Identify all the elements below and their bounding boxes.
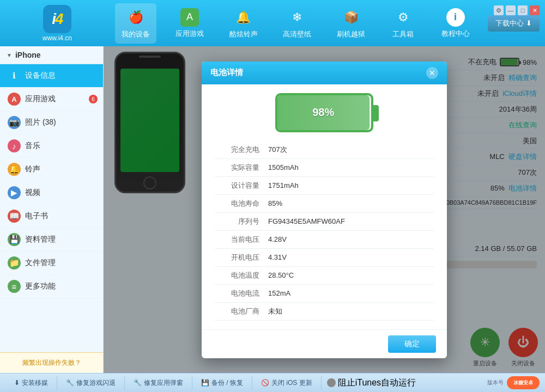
sidebar-item-device-info-label: 设备信息 [25, 71, 56, 81]
app-games-icon: A [180, 8, 199, 27]
download-center-button[interactable]: 下载中心 ⬇ [488, 15, 540, 32]
download-icon: ⬇ [526, 19, 532, 27]
close-ios-icon: 🚫 [261, 379, 269, 387]
tool-fix-app[interactable]: 🔧 修复应用弹窗 [125, 376, 192, 390]
version-text: 版本号 [487, 379, 504, 387]
table-row: 电池厂商 未知 [215, 302, 434, 320]
sidebar-item-video[interactable]: ▶ 视频 [0, 181, 103, 205]
sidebar-header: ▼ iPhone [0, 46, 103, 64]
nav-tab-app-games[interactable]: A 应用游戏 [169, 4, 210, 43]
table-row: 电池电流 152mA [215, 284, 434, 302]
tool-backup[interactable]: 💾 备份 / 恢复 [192, 376, 252, 390]
row-label: 开机电压 [215, 248, 264, 266]
sidebar-item-data-manage-label: 资料管理 [25, 235, 56, 244]
close-button[interactable]: ✕ [530, 5, 540, 15]
sidebar-item-music-label: 音乐 [25, 141, 40, 151]
watermark-badge: 冰糖安卓 [507, 376, 540, 389]
sidebar-item-ringtones[interactable]: 🔔 铃声 [0, 158, 103, 181]
sidebar-item-ebook[interactable]: 📖 电子书 [0, 205, 103, 228]
row-value: 707次 [264, 141, 434, 159]
battery-visual: 98% [215, 93, 434, 132]
sidebar-item-device-info[interactable]: ℹ 设备信息 [0, 64, 103, 88]
toolbox-icon: ⚙ [393, 8, 413, 27]
row-value: 28.50°C [264, 266, 434, 284]
sidebar-item-more-label: 更多功能 [25, 281, 56, 291]
row-label: 电池寿命 [215, 194, 264, 212]
install-mobile-label: 安装移媒 [22, 378, 48, 388]
sidebar-item-more[interactable]: ≡ 更多功能 [0, 275, 103, 298]
dialog-body: 98% 完全充电 707次 实际容量 1505mAh [202, 84, 447, 329]
nav-tab-wallpapers[interactable]: ❄ 高清壁纸 [276, 3, 318, 44]
more-icon: ≡ [8, 280, 21, 293]
nav-tab-my-device-label: 我的设备 [122, 29, 150, 39]
row-label: 电池温度 [215, 266, 264, 284]
app-games-badge: 6 [89, 95, 98, 103]
sidebar-item-file-manage-label: 文件管理 [25, 258, 56, 268]
itunes-toggle[interactable]: 阻止iTunes自动运行 [327, 377, 416, 389]
row-value: FG94345E5AMFW60AF [264, 212, 434, 230]
ringtones-icon: 🔔 [234, 8, 253, 27]
fix-app-label: 修复应用弹窗 [144, 378, 183, 388]
dialog-close-button[interactable]: ✕ [426, 67, 438, 79]
nav-tab-toolbox[interactable]: ⚙ 工具箱 [384, 3, 422, 44]
tool-close-ios[interactable]: 🚫 关闭 iOS 更新 [252, 376, 322, 390]
content-area: 不在充电 98% Apple ID锁 未开启 精确查询 iCloud 未开启 [104, 46, 545, 373]
jailbreak-icon: 📦 [341, 8, 361, 27]
dialog-footer: 确定 [202, 329, 447, 358]
chevron-icon: ▼ [7, 52, 12, 58]
sidebar-item-ebook-label: 电子书 [25, 211, 48, 221]
row-label: 序列号 [215, 212, 264, 230]
itunes-toggle-dot [327, 378, 336, 387]
my-device-icon: 🍎 [126, 8, 146, 27]
sidebar-footer-text: 频繁出现操作失败？ [22, 359, 81, 366]
table-row: 设计容量 1751mAh [215, 176, 434, 194]
row-label: 设计容量 [215, 176, 264, 194]
maximize-button[interactable]: □ [518, 5, 528, 15]
sidebar-item-data-manage[interactable]: 💾 资料管理 [0, 228, 103, 252]
table-row: 当前电压 4.28V [215, 230, 434, 248]
dialog-overlay: 电池详情 ✕ 98% 完全充电 707次 [104, 46, 545, 373]
sidebar-item-ringtones-label: 铃声 [25, 164, 40, 174]
music-icon: ♪ [8, 139, 21, 152]
tool-install-mobile[interactable]: ⬇ 安装移媒 [5, 376, 57, 390]
download-center-label: 下载中心 [495, 19, 524, 28]
table-row: 完全充电 707次 [215, 141, 434, 159]
itunes-label: 阻止iTunes自动运行 [338, 377, 416, 389]
data-manage-icon: 💾 [8, 233, 21, 246]
row-value: 152mA [264, 284, 434, 302]
sidebar-item-photos[interactable]: 📷 照片 (38) [0, 111, 103, 134]
fix-game-icon: 🔧 [66, 379, 74, 387]
nav-tab-ringtones[interactable]: 🔔 酷炫铃声 [223, 3, 264, 44]
sidebar-item-music[interactable]: ♪ 音乐 [0, 134, 103, 158]
confirm-label: 确定 [404, 339, 420, 348]
table-row: 实际容量 1505mAh [215, 158, 434, 176]
table-row: 序列号 FG94345E5AMFW60AF [215, 212, 434, 230]
bottom-toolbar: ⬇ 安装移媒 🔧 修复游戏闪退 🔧 修复应用弹窗 💾 备份 / 恢复 🚫 关闭 … [0, 373, 545, 392]
minimize-button[interactable]: — [506, 5, 516, 15]
app-games-sidebar-icon: A [8, 93, 21, 106]
nav-tab-jailbreak[interactable]: 📦 刷机越狱 [330, 3, 372, 44]
sidebar-item-app-games[interactable]: A 应用游戏 6 [0, 88, 103, 111]
device-info-icon: ℹ [8, 69, 21, 82]
dialog-title: 电池详情 [210, 68, 243, 78]
fix-game-label: 修复游戏闪退 [76, 378, 116, 388]
nav-tab-wallpapers-label: 高清壁纸 [283, 29, 311, 39]
dialog-confirm-button[interactable]: 确定 [388, 335, 436, 353]
nav-tab-tutorials[interactable]: i 教程中心 [435, 4, 476, 43]
tutorials-icon: i [446, 8, 465, 27]
ebook-icon: 📖 [8, 210, 21, 223]
photos-icon: 📷 [8, 116, 21, 129]
backup-icon: 💾 [201, 379, 209, 387]
nav-tab-my-device[interactable]: 🍎 我的设备 [115, 3, 156, 44]
main-area: ▼ iPhone ℹ 设备信息 A 应用游戏 6 📷 照片 (38) ♪ 音乐 … [0, 46, 545, 373]
battery-large-icon: 98% [275, 93, 373, 132]
nav-tab-app-games-label: 应用游戏 [175, 29, 204, 39]
settings-icon[interactable]: ⚙ [494, 5, 504, 15]
nav-tab-ringtones-label: 酷炫铃声 [229, 29, 258, 39]
sidebar-item-file-manage[interactable]: 📁 文件管理 [0, 252, 103, 275]
sidebar-item-app-games-label: 应用游戏 [25, 94, 56, 104]
sidebar-footer[interactable]: 频繁出现操作失败？ [0, 352, 103, 373]
tool-fix-game[interactable]: 🔧 修复游戏闪退 [57, 376, 125, 390]
row-value: 4.31V [264, 248, 434, 266]
row-value: 85% [264, 194, 434, 212]
